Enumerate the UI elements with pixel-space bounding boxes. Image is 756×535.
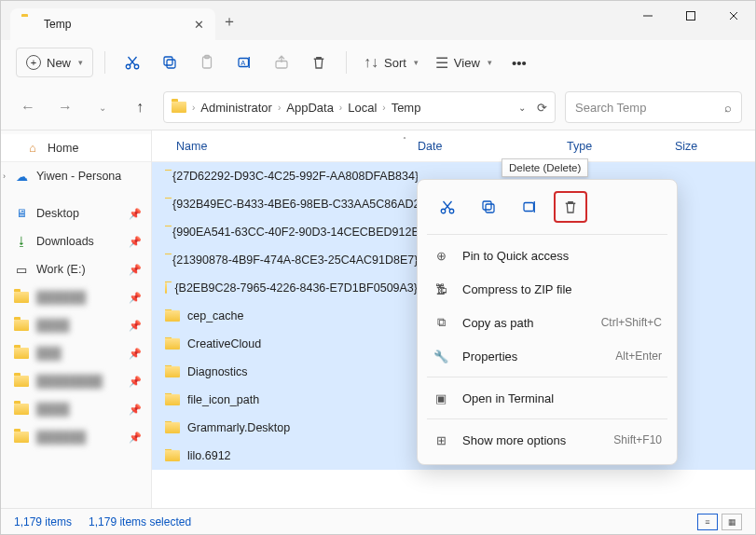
ctx-copy-button[interactable] [472,191,505,223]
ctx-copy-path[interactable]: ⧉Copy as pathCtrl+Shift+C [418,306,677,339]
file-name: CreativeCloud [187,337,261,350]
close-button[interactable] [712,1,755,31]
folder-icon [165,450,180,461]
new-label: New [47,56,71,70]
sidebar-item-home[interactable]: ⌂ Home [1,134,151,162]
file-name: {27D62292-D93C-4C25-992F-AA808DFAB834} [172,170,418,183]
svg-rect-22 [524,203,534,212]
chevron-right-icon[interactable]: › [3,171,6,181]
svg-rect-1 [687,12,695,21]
view-button[interactable]: ☰ View ▾ [430,48,498,77]
sidebar-item-folder[interactable]: ██████📌 [1,283,151,311]
sidebar-item-label: Yiwen - Persona [36,170,121,183]
rename-button[interactable]: A [228,48,260,77]
more-icon: ⊞ [433,433,449,447]
chevron-down-icon: ▾ [414,58,419,67]
ctx-delete-button[interactable] [554,191,587,223]
svg-line-7 [129,57,136,65]
copy-button[interactable] [154,48,186,77]
status-items: 1,179 items [14,515,72,528]
svg-rect-20 [486,204,494,213]
chevron-down-icon[interactable]: ⌄ [518,103,526,113]
new-button[interactable]: + New ▾ [16,48,93,77]
sidebar-item-label: Work (E:) [36,263,86,276]
plus-icon: + [26,55,41,70]
maximize-button[interactable] [669,1,712,31]
folder-icon [165,366,180,377]
sidebar-item-downloads[interactable]: ⭳ Downloads 📌 [1,227,151,255]
search-icon: ⌕ [724,101,732,115]
sidebar-item-folder[interactable]: ████📌 [1,311,151,339]
details-view-button[interactable]: ≡ [697,514,718,530]
column-type[interactable]: Type [567,140,675,153]
file-name: {932B49EC-B433-4BE6-98EB-C33AA5C86AD2} [172,198,418,211]
breadcrumb-seg[interactable]: Temp [392,101,421,115]
tooltip: Delete (Delete) [502,158,588,177]
sidebar-item-onedrive[interactable]: › ☁ Yiwen - Persona [1,162,151,190]
column-date[interactable]: Date [418,140,567,153]
breadcrumb-seg[interactable]: Administrator [200,101,272,115]
folder-icon [21,17,36,32]
view-icon: ☰ [435,54,448,72]
ctx-properties[interactable]: 🔧PropertiesAlt+Enter [418,339,677,373]
share-button[interactable] [266,48,297,77]
delete-button[interactable] [303,48,335,77]
ctx-zip[interactable]: 🗜Compress to ZIP file [418,272,677,306]
window-tab[interactable]: Temp ✕ [10,8,215,40]
ctx-cut-button[interactable] [431,191,464,223]
up-button[interactable]: ↑ [126,93,154,121]
more-button[interactable]: ••• [503,48,535,77]
cut-button[interactable] [117,48,148,77]
svg-text:A: A [241,59,245,67]
wrench-icon: 🔧 [433,350,449,364]
folder-icon [165,338,180,350]
address-bar[interactable]: › Administrator› AppData› Local› Temp ⌄ … [163,91,556,123]
ctx-rename-button[interactable] [513,191,546,223]
home-icon: ⌂ [25,141,40,156]
sidebar-item-desktop[interactable]: 🖥 Desktop 📌 [1,199,151,227]
sidebar-item-folder[interactable]: ████📌 [1,395,151,423]
sidebar-item-label: Home [48,142,78,155]
ctx-terminal[interactable]: ▣Open in Terminal [418,381,677,415]
drive-icon: ▭ [14,262,29,277]
back-button[interactable]: ← [14,93,42,121]
breadcrumb-seg[interactable]: Local [348,101,377,115]
status-bar: 1,179 items 1,179 items selected ≡ ▦ [1,508,755,534]
folder-icon [165,422,180,433]
paste-button[interactable] [191,48,223,77]
toolbar: + New ▾ A ↑↓ Sort ▾ ☰ View ▾ ••• [1,40,755,85]
tab-title: Temp [44,18,186,31]
folder-icon [165,394,180,405]
ctx-more[interactable]: ⊞Show more optionsShift+F10 [418,423,677,457]
sidebar-item-folder[interactable]: ████████📌 [1,367,151,395]
sidebar-item-work[interactable]: ▭ Work (E:) 📌 [1,255,151,283]
file-name: cep_cache [187,309,243,322]
sidebar-item-folder[interactable]: ██████📌 [1,423,151,451]
new-tab-button[interactable]: ＋ [215,12,243,32]
search-input[interactable]: Search Temp ⌕ [565,91,742,123]
pin-icon: ⊕ [433,249,449,263]
ctx-pin[interactable]: ⊕Pin to Quick access [418,239,677,272]
svg-rect-9 [164,57,172,65]
file-name: file_icon_path [187,393,259,406]
desktop-icon: 🖥 [14,206,29,221]
refresh-icon[interactable]: ⟳ [537,101,547,115]
sidebar-item-folder[interactable]: ███📌 [1,339,151,367]
svg-rect-21 [483,201,491,210]
column-name[interactable]: Name˄ [152,140,418,153]
terminal-icon: ▣ [433,391,449,405]
sidebar-item-label: Downloads [36,235,94,248]
pin-icon: 📌 [129,264,142,276]
pin-icon: 📌 [129,236,142,248]
thumbnail-view-button[interactable]: ▦ [722,514,742,530]
sidebar-item-label: Desktop [36,207,79,220]
close-tab-icon[interactable]: ✕ [194,18,204,32]
pin-icon: 📌 [129,208,142,220]
breadcrumb-seg[interactable]: AppData [286,101,334,115]
context-menu: ⊕Pin to Quick access 🗜Compress to ZIP fi… [417,179,678,465]
column-size[interactable]: Size [675,140,755,153]
sort-button[interactable]: ↑↓ Sort ▾ [358,48,424,77]
file-name: Grammarly.Desktop [187,421,290,434]
minimize-button[interactable] [626,1,669,31]
recent-button[interactable]: ⌄ [89,93,117,121]
